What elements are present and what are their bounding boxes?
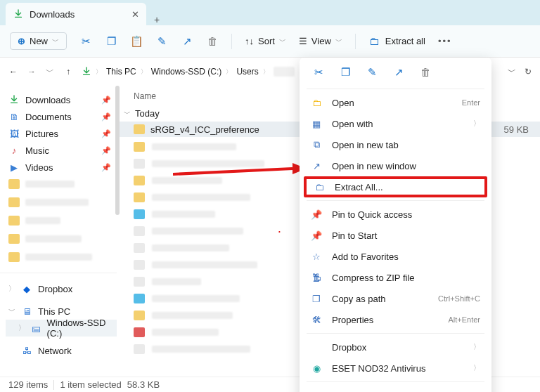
dropdown-button[interactable]: ﹀ [508,66,516,78]
crumb-drive[interactable]: Windows-SSD (C:)〉 [151,67,233,77]
ctx-open-new-window[interactable]: ↗Open in new window [300,155,491,176]
properties-icon: 🛠 [311,315,322,325]
forward-button[interactable]: → [27,67,37,77]
chevron-down-icon: ﹀ [279,37,286,46]
crumb-users[interactable]: Users〉 [236,67,269,77]
status-item-count: 129 items [8,379,48,390]
folder-icon: 🗀 [311,98,322,108]
music-icon: ♪ [8,145,20,156]
rename-icon[interactable]: ✎ [366,66,378,79]
pin-icon: 📌 [311,209,322,220]
annotation-arrow [173,160,307,184]
close-tab-icon[interactable]: ✕ [131,9,139,20]
crumb-this-pc[interactable]: This PC〉 [106,67,147,77]
command-bar: ⊕ New ﹀ ✂ ❐ 📋 ✎ ↗ 🗑 ↑↓ Sort ﹀ ☰ View ﹀ 🗀… [0,25,540,58]
view-button[interactable]: ☰ View ﹀ [299,36,342,46]
paste-icon: 📋 [130,35,143,48]
share-icon[interactable]: ↗ [181,35,193,48]
status-size: 58.3 KB [127,379,160,390]
sort-button[interactable]: ↑↓ Sort ﹀ [245,36,286,46]
download-icon [8,94,20,105]
ctx-pin-quick[interactable]: 📌Pin to Quick access [300,204,491,225]
ctx-more-options[interactable]: ⊞Show more optionsShift+F10 [300,385,491,392]
sidebar-item-blurred[interactable] [8,194,117,211]
delete-icon[interactable]: 🗑 [419,66,432,79]
cut-icon[interactable]: ✂ [79,35,92,48]
sidebar-item-blurred[interactable] [8,230,117,247]
chevron-down-icon: ﹀ [335,37,342,46]
plus-icon: ⊕ [18,36,25,46]
separator [231,34,232,49]
ctx-copy-path[interactable]: ❐Copy as pathCtrl+Shift+C [300,288,491,309]
context-menu: ✂ ❐ ✎ ↗ 🗑 🗀OpenEnter ▦Open with〉 ⧉Open i… [300,58,491,392]
sort-icon: ↑↓ [245,36,254,46]
ctx-open-with[interactable]: ▦Open with〉 [300,113,491,134]
drive-icon: 🖴 [31,322,41,334]
sidebar-item-videos[interactable]: ▶ Videos📌 [8,159,117,176]
up-button[interactable]: ↑ [63,67,73,77]
ctx-open-new-tab[interactable]: ⧉Open in new tab [300,134,491,155]
sidebar-item-blurred[interactable] [8,249,117,266]
network-icon: 🖧 [21,345,32,356]
extract-all-label: Extract all [385,36,425,46]
ctx-open[interactable]: 🗀OpenEnter [300,92,491,113]
chevron-right-icon: 〉 [473,119,480,129]
copy-icon[interactable]: ❐ [105,35,117,48]
ctx-dropbox[interactable]: •Dropbox〉 [300,337,491,358]
sort-label: Sort [258,36,275,46]
download-icon [13,8,24,20]
zip-icon [134,124,145,134]
sidebar-item-documents[interactable]: 🗎 Documents📌 [8,108,117,125]
copy-icon[interactable]: ❐ [339,66,352,79]
documents-icon: 🗎 [8,111,20,122]
ctx-add-favorites[interactable]: ☆Add to Favorites [300,246,491,267]
extract-all-button[interactable]: 🗀 Extract all [368,35,425,47]
recent-button[interactable]: ﹀ [45,66,55,78]
videos-icon: ▶ [8,162,20,173]
sidebar-item-blurred[interactable] [8,212,117,229]
new-label: New [30,36,48,46]
download-icon [82,67,91,77]
zip-icon: 🗜 [311,273,322,283]
view-icon: ☰ [299,36,307,46]
pin-icon: 📌 [311,230,322,241]
sidebar-item-pictures[interactable]: 🖼 Pictures📌 [8,125,117,142]
open-with-icon: ▦ [311,119,322,129]
sidebar-item-music[interactable]: ♪ Music📌 [8,142,117,159]
ctx-compress-zip[interactable]: 🗜Compress to ZIP file [300,267,491,288]
sidebar-item-downloads[interactable]: Downloads📌 [8,91,117,108]
delete-icon[interactable]: 🗑 [206,35,219,47]
sidebar: Downloads📌 🗎 Documents📌 🖼 Pictures📌 ♪ Mu… [0,86,120,377]
active-tab[interactable]: Downloads ✕ [6,3,146,25]
tab-bar: Downloads ✕ + [0,0,540,25]
copy-path-icon: ❐ [311,294,322,304]
new-window-icon: ↗ [311,161,322,171]
view-label: View [311,36,331,46]
ctx-pin-start[interactable]: 📌Pin to Start [300,225,491,246]
ctx-properties[interactable]: 🛠PropertiesAlt+Enter [300,309,491,330]
sidebar-item-blurred[interactable] [8,176,117,192]
chevron-right-icon: 〉 [96,67,102,77]
status-selection: 1 item selected [60,379,121,390]
new-tab-icon: ⧉ [311,139,322,150]
add-tab-button[interactable]: + [146,14,167,25]
ctx-extract-all[interactable]: 🗀Extract All... [304,176,487,197]
pin-icon: 📌 [101,96,117,105]
sidebar-item-drive[interactable]: 〉🖴Windows-SSD (C:) [6,320,117,337]
ctx-eset[interactable]: ◉ESET NOD32 Antivirus〉 [300,358,491,379]
chevron-down-icon: ﹀ [52,37,59,46]
pictures-icon: 🖼 [8,128,20,139]
share-icon[interactable]: ↗ [392,66,405,79]
sidebar-item-network[interactable]: 〉🖧Network [8,342,117,359]
eset-icon: ◉ [311,363,322,374]
new-button[interactable]: ⊕ New ﹀ [10,32,67,50]
cut-icon[interactable]: ✂ [312,66,325,79]
extract-icon: 🗀 [314,182,325,192]
star-icon: ☆ [311,251,322,262]
dropbox-icon: ◆ [21,283,32,294]
back-button[interactable]: ← [8,67,18,77]
refresh-button[interactable]: ↻ [525,67,532,77]
sidebar-item-dropbox[interactable]: 〉◆Dropbox [8,280,117,297]
more-button[interactable]: ••• [438,36,452,46]
rename-icon[interactable]: ✎ [155,35,168,48]
